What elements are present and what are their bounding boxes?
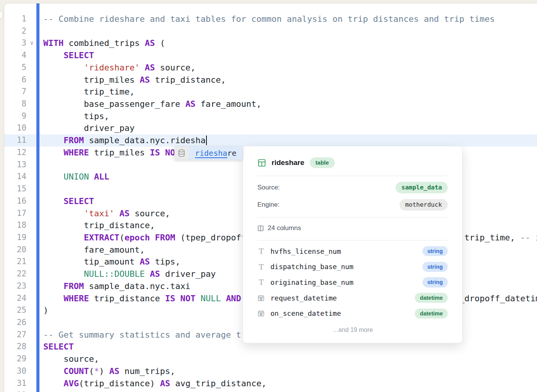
code-token: [43, 379, 64, 388]
line-number[interactable]: 5: [4, 62, 26, 74]
column-row: Tdispatching_base_numstring: [257, 259, 448, 275]
column-row: Thvfhs_license_numstring: [257, 243, 448, 259]
collapsed-sidebar-handle[interactable]: [0, 10, 3, 20]
code-line-11[interactable]: 11 FROM sample_data.nyc.ridesha: [4, 134, 537, 147]
line-number[interactable]: 16: [4, 195, 26, 207]
line-number[interactable]: 4: [4, 49, 26, 62]
code-token: 'rideshare': [84, 63, 140, 72]
line-number[interactable]: 26: [4, 317, 26, 329]
source-label: Source:: [257, 184, 280, 191]
code-token: trip_miles: [89, 148, 150, 157]
code-token: ): [99, 366, 110, 376]
code-token: (: [155, 38, 165, 48]
code-token: trip_miles: [43, 75, 140, 85]
line-number[interactable]: 25: [4, 304, 26, 317]
code-line-10[interactable]: 10 driver_pay: [4, 122, 537, 134]
code-line-7[interactable]: 7 trip_time,: [4, 86, 537, 98]
line-number[interactable]: 21: [4, 256, 26, 268]
code-token: [43, 209, 84, 218]
code-line-9[interactable]: 9 tips,: [4, 110, 537, 122]
code-token: avg_trip_time,: [150, 390, 226, 392]
code-token: AS: [140, 390, 150, 392]
code-token: AVG: [64, 390, 79, 392]
line-number[interactable]: 8: [4, 98, 26, 110]
code-line-4[interactable]: 4 SELECT: [4, 49, 537, 62]
code-token: AS: [140, 75, 150, 85]
code-token: [43, 172, 64, 181]
column-row: request_datetimedatetime: [257, 290, 448, 306]
line-number[interactable]: 1: [4, 13, 26, 25]
code-token: [221, 294, 226, 303]
code-line-6[interactable]: 6 trip_miles AS trip_distance,: [4, 74, 537, 86]
line-number[interactable]: 15: [4, 183, 26, 195]
source-value-badge: sample_data: [396, 182, 448, 193]
line-number[interactable]: 28: [4, 341, 26, 353]
column-type-badge: datetime: [415, 309, 448, 318]
line-number[interactable]: 6: [4, 74, 26, 86]
line-number[interactable]: 29: [4, 353, 26, 365]
line-number[interactable]: 7: [4, 86, 26, 98]
line-number[interactable]: 17: [4, 207, 26, 220]
code-token: [43, 51, 64, 60]
line-number[interactable]: 12: [4, 147, 26, 159]
code-token: [43, 390, 64, 392]
code-token: [43, 233, 84, 242]
query-block-indicator-bar[interactable]: [36, 3, 39, 392]
code-token: [43, 63, 84, 72]
line-number[interactable]: 22: [4, 268, 26, 280]
code-line-3[interactable]: 3∨WITH combined_trips AS (: [4, 37, 537, 49]
line-number[interactable]: 20: [4, 244, 26, 256]
code-token: source,: [129, 209, 170, 218]
code-token: EXTRACT: [84, 233, 120, 242]
fold-chevron-icon[interactable]: ∨: [28, 37, 36, 49]
code-token: [140, 63, 145, 72]
code-token: driver_pay: [43, 123, 134, 133]
code-token: AS: [109, 366, 120, 376]
code-token: [150, 233, 155, 242]
code-line-2[interactable]: 2: [4, 25, 537, 38]
code-token: AS: [150, 269, 160, 279]
engine-row: Engine: motherduck: [257, 199, 448, 211]
line-number[interactable]: 13: [4, 159, 26, 171]
text-type-icon: T: [257, 263, 265, 271]
code-line-8[interactable]: 8 base_passenger_fare AS fare_amount,: [4, 98, 537, 110]
line-number[interactable]: 24: [4, 292, 26, 305]
code-token: ): [43, 305, 48, 315]
engine-label: Engine:: [257, 201, 280, 209]
code-line-29[interactable]: 29 source,: [4, 353, 537, 365]
code-line-30[interactable]: 30 COUNT(*) AS num_trips,: [4, 365, 537, 377]
line-number[interactable]: 19: [4, 232, 26, 244]
line-number[interactable]: 30: [4, 365, 26, 377]
code-token: (trip_time): [79, 390, 140, 392]
code-line-32[interactable]: 32 AVG(trip_time) AS avg_trip_time,: [4, 389, 537, 392]
line-number[interactable]: 9: [4, 110, 26, 122]
code-token: 'taxi': [84, 209, 114, 218]
columns-count-row: 24 columns: [257, 223, 448, 234]
code-token: FROM: [64, 136, 84, 145]
line-number[interactable]: 27: [4, 329, 26, 341]
line-number[interactable]: 23: [4, 280, 26, 292]
line-number[interactable]: 10: [4, 122, 26, 134]
line-number[interactable]: 11: [4, 134, 26, 147]
code-token: trip_distance,: [43, 220, 155, 230]
line-number[interactable]: 18: [4, 219, 26, 232]
line-number[interactable]: 2: [4, 25, 26, 38]
code-line-1[interactable]: 1-- Combine rideshare and taxi tables fo…: [4, 13, 537, 25]
code-token: WHERE: [64, 148, 89, 157]
code-token: AVG: [64, 379, 79, 388]
code-token: FROM: [64, 281, 84, 291]
line-number[interactable]: 14: [4, 171, 26, 183]
code-token: AS: [120, 209, 130, 218]
code-token: tips,: [150, 257, 180, 266]
line-number[interactable]: 31: [4, 377, 26, 390]
autocomplete-item-rideshare[interactable]: rideshare: [189, 147, 242, 160]
code-token: fare_amount,: [43, 245, 145, 255]
line-number[interactable]: 32: [4, 389, 26, 392]
code-line-5[interactable]: 5 'rideshare' AS source,: [4, 62, 537, 74]
line-number[interactable]: 3: [4, 37, 26, 49]
column-name: request_datetime: [270, 294, 415, 302]
column-name: dispatching_base_num: [270, 263, 422, 271]
code-line-31[interactable]: 31 AVG(trip_distance) AS avg_trip_distan…: [4, 377, 537, 390]
code-token: trip_time,: [43, 87, 134, 96]
code-token: [43, 148, 64, 157]
